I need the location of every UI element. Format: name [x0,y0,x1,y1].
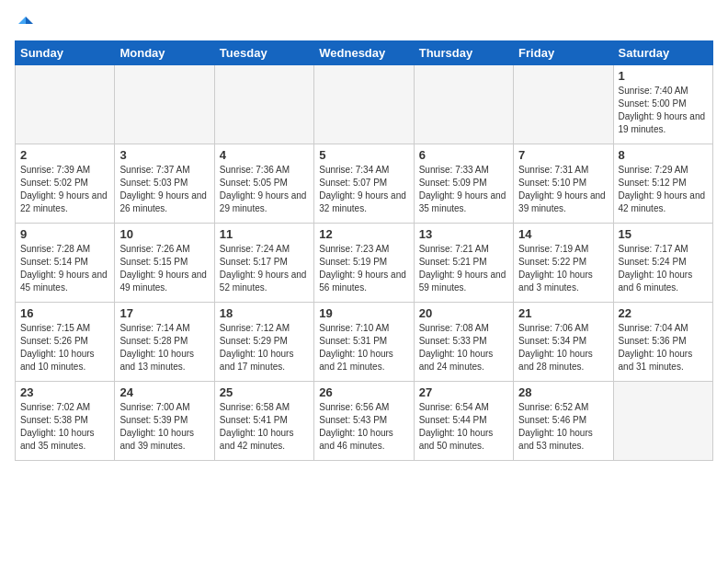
day-cell: 27Sunrise: 6:54 AM Sunset: 5:44 PM Dayli… [414,382,513,461]
day-number: 26 [319,385,408,399]
day-info: Sunrise: 7:24 AM Sunset: 5:17 PM Dayligh… [220,243,309,294]
day-cell: 2Sunrise: 7:39 AM Sunset: 5:02 PM Daylig… [16,144,115,224]
weekday-sunday: Sunday [16,41,115,65]
day-info: Sunrise: 7:39 AM Sunset: 5:02 PM Dayligh… [20,164,109,215]
day-number: 19 [319,306,408,320]
day-number: 10 [119,227,209,241]
day-info: Sunrise: 7:23 AM Sunset: 5:19 PM Dayligh… [319,243,408,294]
day-cell [115,65,214,144]
day-cell: 21Sunrise: 7:06 AM Sunset: 5:34 PM Dayli… [514,303,613,382]
day-info: Sunrise: 7:04 AM Sunset: 5:36 PM Dayligh… [619,322,708,373]
day-number: 7 [518,148,608,162]
day-number: 15 [619,227,708,241]
day-number: 1 [619,69,708,83]
day-cell: 19Sunrise: 7:10 AM Sunset: 5:31 PM Dayli… [314,303,414,382]
weekday-wednesday: Wednesday [314,41,414,65]
day-cell: 25Sunrise: 6:58 AM Sunset: 5:41 PM Dayli… [214,382,313,461]
day-cell: 17Sunrise: 7:14 AM Sunset: 5:28 PM Dayli… [115,303,214,382]
logo-flag-icon [17,15,35,33]
day-number: 28 [518,385,608,399]
day-number: 18 [220,306,309,320]
day-cell: 3Sunrise: 7:37 AM Sunset: 5:03 PM Daylig… [115,144,214,224]
day-number: 14 [518,227,608,241]
day-info: Sunrise: 7:19 AM Sunset: 5:22 PM Dayligh… [518,243,608,294]
day-cell: 26Sunrise: 6:56 AM Sunset: 5:43 PM Dayli… [314,382,414,461]
day-cell [414,65,513,144]
weekday-monday: Monday [115,41,214,65]
day-cell: 18Sunrise: 7:12 AM Sunset: 5:29 PM Dayli… [214,303,313,382]
day-cell: 10Sunrise: 7:26 AM Sunset: 5:15 PM Dayli… [115,224,214,303]
day-number: 5 [319,148,408,162]
weekday-friday: Friday [514,41,613,65]
page: SundayMondayTuesdayWednesdayThursdayFrid… [0,0,728,470]
day-number: 27 [419,385,508,399]
day-cell: 11Sunrise: 7:24 AM Sunset: 5:17 PM Dayli… [214,224,313,303]
day-info: Sunrise: 7:17 AM Sunset: 5:24 PM Dayligh… [619,243,708,294]
day-cell [314,65,414,144]
day-cell: 1Sunrise: 7:40 AM Sunset: 5:00 PM Daylig… [613,65,712,144]
week-row-4: 16Sunrise: 7:15 AM Sunset: 5:26 PM Dayli… [16,303,713,382]
week-row-3: 9Sunrise: 7:28 AM Sunset: 5:14 PM Daylig… [16,224,713,303]
day-number: 8 [619,148,708,162]
day-cell: 5Sunrise: 7:34 AM Sunset: 5:07 PM Daylig… [314,144,414,224]
day-number: 13 [419,227,508,241]
day-info: Sunrise: 7:21 AM Sunset: 5:21 PM Dayligh… [419,243,508,294]
day-number: 23 [20,385,109,399]
week-row-5: 23Sunrise: 7:02 AM Sunset: 5:38 PM Dayli… [16,382,713,461]
calendar: SundayMondayTuesdayWednesdayThursdayFrid… [15,40,713,461]
weekday-tuesday: Tuesday [214,41,313,65]
day-number: 12 [319,227,408,241]
weekday-thursday: Thursday [414,41,513,65]
weekday-saturday: Saturday [613,41,712,65]
day-number: 17 [119,306,209,320]
day-info: Sunrise: 7:00 AM Sunset: 5:39 PM Dayligh… [119,401,209,453]
day-number: 4 [220,148,309,162]
day-number: 11 [220,227,309,241]
week-row-1: 1Sunrise: 7:40 AM Sunset: 5:00 PM Daylig… [16,65,713,144]
day-cell: 22Sunrise: 7:04 AM Sunset: 5:36 PM Dayli… [613,303,712,382]
day-cell: 23Sunrise: 7:02 AM Sunset: 5:38 PM Dayli… [16,382,115,461]
day-info: Sunrise: 7:15 AM Sunset: 5:26 PM Dayligh… [20,322,109,373]
day-info: Sunrise: 7:02 AM Sunset: 5:38 PM Dayligh… [20,401,109,453]
day-cell: 13Sunrise: 7:21 AM Sunset: 5:21 PM Dayli… [414,224,513,303]
day-cell: 8Sunrise: 7:29 AM Sunset: 5:12 PM Daylig… [613,144,712,224]
day-info: Sunrise: 7:08 AM Sunset: 5:33 PM Dayligh… [419,322,508,373]
day-cell [214,65,313,144]
day-cell: 6Sunrise: 7:33 AM Sunset: 5:09 PM Daylig… [414,144,513,224]
day-info: Sunrise: 7:36 AM Sunset: 5:05 PM Dayligh… [220,164,309,215]
day-info: Sunrise: 7:06 AM Sunset: 5:34 PM Dayligh… [518,322,608,373]
day-number: 6 [419,148,508,162]
day-cell: 9Sunrise: 7:28 AM Sunset: 5:14 PM Daylig… [16,224,115,303]
week-row-2: 2Sunrise: 7:39 AM Sunset: 5:02 PM Daylig… [16,144,713,224]
day-info: Sunrise: 7:29 AM Sunset: 5:12 PM Dayligh… [619,164,708,215]
day-cell: 24Sunrise: 7:00 AM Sunset: 5:39 PM Dayli… [115,382,214,461]
day-info: Sunrise: 7:28 AM Sunset: 5:14 PM Dayligh… [20,243,109,294]
day-number: 16 [20,306,109,320]
day-info: Sunrise: 7:26 AM Sunset: 5:15 PM Dayligh… [119,243,209,294]
day-cell: 4Sunrise: 7:36 AM Sunset: 5:05 PM Daylig… [214,144,313,224]
day-number: 2 [20,148,109,162]
day-cell: 28Sunrise: 6:52 AM Sunset: 5:46 PM Dayli… [514,382,613,461]
day-info: Sunrise: 6:52 AM Sunset: 5:46 PM Dayligh… [518,401,608,453]
day-info: Sunrise: 7:37 AM Sunset: 5:03 PM Dayligh… [119,164,209,215]
day-cell: 15Sunrise: 7:17 AM Sunset: 5:24 PM Dayli… [613,224,712,303]
day-cell: 14Sunrise: 7:19 AM Sunset: 5:22 PM Dayli… [514,224,613,303]
day-cell: 20Sunrise: 7:08 AM Sunset: 5:33 PM Dayli… [414,303,513,382]
day-info: Sunrise: 7:10 AM Sunset: 5:31 PM Dayligh… [319,322,408,373]
day-cell [613,382,712,461]
day-number: 21 [518,306,608,320]
day-number: 22 [619,306,708,320]
day-number: 20 [419,306,508,320]
day-info: Sunrise: 7:12 AM Sunset: 5:29 PM Dayligh… [220,322,309,373]
svg-marker-1 [18,17,26,24]
day-number: 9 [20,227,109,241]
logo [15,15,35,33]
day-info: Sunrise: 6:54 AM Sunset: 5:44 PM Dayligh… [419,401,508,453]
day-info: Sunrise: 7:40 AM Sunset: 5:00 PM Dayligh… [619,85,708,136]
day-cell: 7Sunrise: 7:31 AM Sunset: 5:10 PM Daylig… [514,144,613,224]
day-info: Sunrise: 7:31 AM Sunset: 5:10 PM Dayligh… [518,164,608,215]
day-cell: 12Sunrise: 7:23 AM Sunset: 5:19 PM Dayli… [314,224,414,303]
svg-marker-0 [26,17,33,24]
day-info: Sunrise: 7:14 AM Sunset: 5:28 PM Dayligh… [119,322,209,373]
day-info: Sunrise: 7:33 AM Sunset: 5:09 PM Dayligh… [419,164,508,215]
